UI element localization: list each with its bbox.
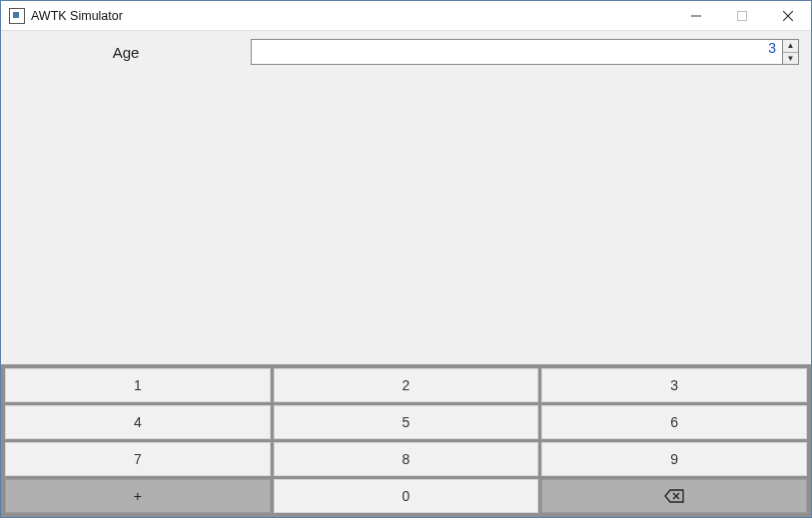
- maximize-button[interactable]: [719, 1, 765, 31]
- client-area: Age 3 ▲ ▼ 1 2 3 4 5 6 7 8: [1, 31, 811, 517]
- age-row: Age 3 ▲ ▼: [1, 39, 811, 65]
- backspace-icon: [664, 489, 684, 503]
- minimize-button[interactable]: [673, 1, 719, 31]
- key-5[interactable]: 5: [274, 405, 539, 439]
- key-0[interactable]: 0: [274, 479, 539, 513]
- age-spin-up[interactable]: ▲: [783, 40, 798, 52]
- key-9[interactable]: 9: [541, 442, 807, 476]
- key-1[interactable]: 1: [5, 368, 271, 402]
- key-7[interactable]: 7: [5, 442, 271, 476]
- key-plus[interactable]: +: [5, 479, 271, 513]
- key-4[interactable]: 4: [5, 405, 271, 439]
- window-title: AWTK Simulator: [31, 9, 123, 23]
- minimize-icon: [691, 11, 701, 21]
- age-input[interactable]: 3: [251, 39, 783, 65]
- app-window: AWTK Simulator Age 3 ▲ ▼: [0, 0, 812, 518]
- chevron-down-icon: ▼: [787, 54, 795, 63]
- key-6[interactable]: 6: [541, 405, 807, 439]
- chevron-up-icon: ▲: [787, 41, 795, 50]
- titlebar: AWTK Simulator: [1, 1, 811, 31]
- close-button[interactable]: [765, 1, 811, 31]
- numeric-keypad: 1 2 3 4 5 6 7 8 9 + 0: [1, 364, 811, 517]
- age-spin-down[interactable]: ▼: [783, 52, 798, 65]
- age-label: Age: [1, 44, 251, 61]
- maximize-icon: [737, 11, 747, 21]
- key-2[interactable]: 2: [274, 368, 539, 402]
- close-icon: [783, 11, 793, 21]
- age-spin-buttons: ▲ ▼: [783, 39, 799, 65]
- key-3[interactable]: 3: [541, 368, 807, 402]
- key-backspace[interactable]: [541, 479, 807, 513]
- svg-rect-1: [738, 11, 747, 20]
- age-spinbox: 3 ▲ ▼: [251, 39, 799, 65]
- key-8[interactable]: 8: [274, 442, 539, 476]
- app-icon: [9, 8, 25, 24]
